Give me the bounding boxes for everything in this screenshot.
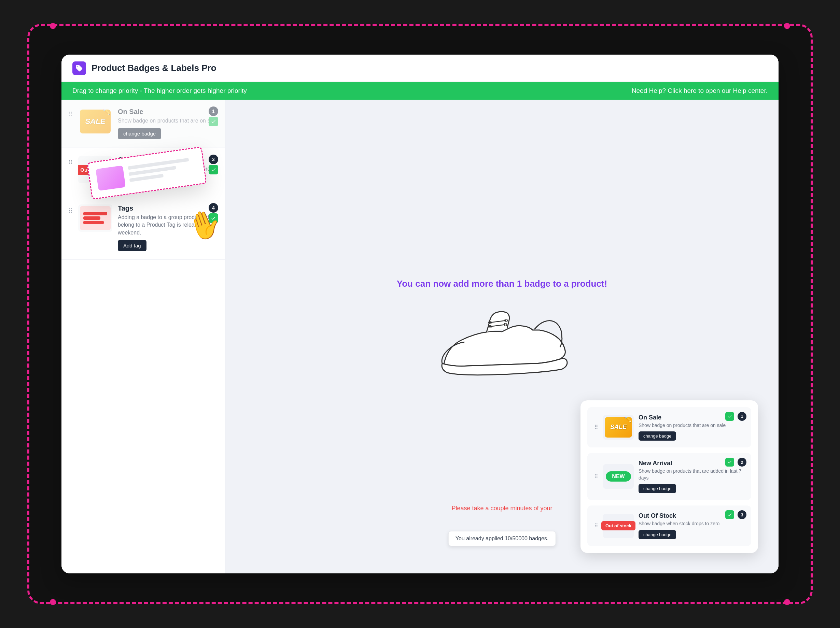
popup-item-on-sale: ⠿ SALE ✏️ On Sale Show badge on products…	[587, 407, 751, 448]
popup-sale-badge-image: SALE ✏️	[605, 417, 632, 438]
popup-oos-desc: Show badge when stock drops to zero	[638, 521, 744, 527]
popup-on-sale-number: 1	[737, 412, 747, 421]
on-sale-title: On Sale	[118, 108, 218, 116]
floating-popup: ⠿ SALE ✏️ On Sale Show badge on products…	[581, 400, 758, 553]
popup-oos-badge-label: Out of stock	[601, 521, 635, 530]
out-of-stock-check	[208, 165, 218, 175]
badge-item-on-sale: ⠿ SALE ✏️ On Sale Show badge on products…	[62, 100, 225, 148]
help-hint[interactable]: Need Help? Click here to open our Help c…	[632, 87, 767, 94]
popup-sale-preview: SALE ✏️	[603, 415, 634, 439]
popup-pencil-icon: ✏️	[624, 417, 632, 423]
content-area: ⠿ SALE ✏️ On Sale Show badge on products…	[62, 100, 778, 573]
popup-on-sale-desc: Show badge on products that are on sale	[638, 422, 744, 429]
popup-oos-preview: Out of stock	[603, 514, 634, 538]
tags-bar-3	[83, 221, 104, 224]
on-sale-change-button[interactable]: change badge	[118, 128, 161, 139]
multi-badge-promo-text: You can now add more than 1 badge to a p…	[397, 279, 607, 289]
popup-on-sale-button[interactable]: change badge	[638, 431, 676, 441]
drag-card-inner	[96, 155, 198, 191]
app-title: Product Badges & Labels Pro	[92, 63, 216, 73]
popup-new-arrival-button[interactable]: change badge	[638, 484, 676, 493]
on-sale-check	[208, 117, 218, 126]
drag-handle-2[interactable]: ⠿	[68, 159, 73, 166]
bottom-right-dot	[784, 599, 790, 605]
popup-new-arrival-check	[725, 458, 734, 467]
priority-hint: Drag to change priority - The higher ord…	[73, 87, 247, 94]
tags-preview-image	[80, 206, 111, 230]
pencil-icon: ✏️	[103, 110, 110, 115]
main-window: Product Badges & Labels Pro Drag to chan…	[62, 55, 778, 573]
sale-badge-image: SALE ✏️	[80, 110, 111, 134]
bottom-left-dot	[50, 599, 56, 605]
outer-border: Product Badges & Labels Pro Drag to chan…	[27, 24, 813, 604]
popup-on-sale-check	[725, 412, 734, 421]
popup-new-arrival-number: 2	[737, 458, 747, 467]
app-icon	[73, 61, 86, 75]
please-text: Please take a couple minutes of your	[452, 505, 552, 512]
popup-new-arrival-desc: Show badge on products that are added in…	[638, 468, 744, 481]
on-sale-info: On Sale Show badge on products that are …	[118, 108, 218, 139]
drag-handle-3[interactable]: ⠿	[68, 207, 73, 215]
right-panel: You can now add more than 1 badge to a p…	[225, 100, 778, 573]
title-bar: Product Badges & Labels Pro	[62, 55, 778, 82]
shoe-illustration	[434, 299, 570, 395]
popup-new-preview: NEW	[603, 464, 634, 489]
tags-bar-2	[83, 216, 100, 220]
popup-sale-label: SALE	[610, 423, 627, 431]
drag-handle-1[interactable]: ⠿	[68, 110, 73, 118]
sale-badge-preview: SALE ✏️	[78, 108, 112, 135]
popup-oos-check	[725, 510, 734, 519]
popup-oos-button[interactable]: change badge	[638, 530, 676, 539]
tag-icon	[76, 65, 83, 72]
popup-drag-handle-2[interactable]: ⠿	[594, 474, 598, 480]
popup-drag-handle-3[interactable]: ⠿	[594, 523, 598, 529]
drag-card-lines	[128, 157, 198, 185]
tags-preview	[78, 205, 112, 232]
new-arrival-badge-label: NEW	[606, 471, 631, 482]
popup-item-new-arrival: ⠿ NEW New Arrival Show badge on products…	[587, 453, 751, 500]
sale-badge-label: SALE	[85, 117, 106, 126]
popup-item-out-of-stock: ⠿ Out of stock Out Of Stock Show badge w…	[587, 505, 751, 546]
applied-badges-tooltip: You already applied 10/50000 badges.	[448, 531, 556, 546]
tags-add-button[interactable]: Add tag	[118, 240, 147, 251]
tags-bar-1	[83, 212, 107, 216]
left-panel: ⠿ SALE ✏️ On Sale Show badge on products…	[62, 100, 225, 573]
green-info-bar: Drag to change priority - The higher ord…	[62, 82, 778, 100]
on-sale-desc: Show badge on products that are on sale	[118, 117, 218, 124]
popup-oos-number: 3	[737, 510, 747, 519]
on-sale-number: 1	[208, 107, 218, 116]
popup-drag-handle-1[interactable]: ⠿	[594, 424, 598, 430]
drag-card-badge-preview	[96, 165, 126, 191]
